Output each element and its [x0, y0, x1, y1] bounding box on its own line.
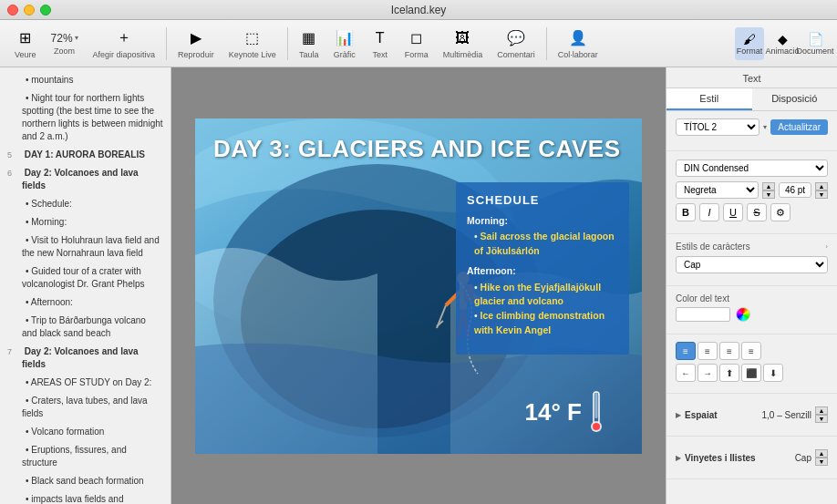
collaborar-button[interactable]: 👤 Col·laborar — [551, 28, 605, 59]
toolbar-separator-3 — [546, 27, 547, 60]
character-styles-row: Estils de caràcters › — [676, 242, 828, 252]
spacing-triangle-icon: ▶ — [676, 411, 681, 419]
maximize-button[interactable] — [40, 5, 51, 15]
stepper-down-button[interactable]: ▼ — [762, 190, 775, 199]
list-item[interactable]: • AREAS OF STUDY on Day 2: — [0, 374, 170, 392]
font-size-input[interactable] — [779, 182, 811, 198]
spacing-expand-row[interactable]: ▶ Espaiat 1,0 – Senzill ▲ ▼ — [676, 401, 828, 428]
tab-disposicio[interactable]: Disposició — [752, 88, 838, 110]
list-item[interactable]: • Volcano formation — [0, 423, 170, 441]
title-style-row: TÍTOL 2 ▾ Actualitzar — [676, 118, 828, 136]
grafic-button[interactable]: 📊 Gràfic — [326, 28, 363, 59]
list-item[interactable]: • Black sand beach formation — [0, 472, 170, 490]
keynote-live-icon: ⬚ — [243, 28, 263, 48]
list-item[interactable]: • Visit to Holuhraun lava field and the … — [0, 231, 170, 262]
reproduir-button[interactable]: ▶ Reproduir — [170, 28, 222, 59]
list-item[interactable]: • impacts lava fields and volcanoes have… — [0, 490, 170, 504]
font-size-down-button[interactable]: ▼ — [815, 190, 828, 199]
chevron-right-icon: › — [825, 242, 828, 251]
spacing-up-button[interactable]: ▲ — [815, 406, 828, 415]
list-item[interactable]: • Morning: — [0, 213, 170, 231]
stepper-up-button[interactable]: ▲ — [762, 182, 775, 190]
color-wheel-button[interactable] — [736, 307, 750, 322]
canvas-area[interactable]: DAY 3: GLACIERS AND ICE CAVES SCHEDULE M… — [171, 67, 666, 504]
list-item[interactable]: • Afternoon: — [0, 293, 170, 312]
forma-button[interactable]: ◻ Forma — [398, 28, 436, 59]
format-button[interactable]: 🖌 Format — [735, 27, 764, 60]
taula-button[interactable]: ▦ Taula — [292, 28, 326, 59]
bullets-expand-row[interactable]: ▶ Vinyetes i llistes Cap ▲ ▼ — [676, 444, 828, 471]
text-button[interactable]: T Text — [363, 28, 398, 59]
document-button[interactable]: 📄 Document — [801, 27, 830, 60]
align-right-button[interactable]: ≡ — [719, 342, 739, 360]
spacing-stepper[interactable]: ▲ ▼ — [815, 406, 828, 423]
morning-label: Morning: — [467, 214, 618, 229]
animation-icon: ◆ — [778, 32, 788, 46]
animation-label: Animació — [766, 46, 800, 56]
indent-increase-button[interactable]: → — [698, 364, 718, 382]
font-style-select[interactable]: Negreta — [676, 181, 759, 199]
italic-button[interactable]: I — [699, 203, 719, 221]
zoom-group[interactable]: 72% ▾ Zoom — [44, 32, 86, 56]
animation-button[interactable]: ◆ Animació — [768, 27, 797, 60]
actualitzar-button[interactable]: Actualitzar — [770, 119, 828, 135]
tab-estil[interactable]: Estil — [666, 88, 752, 110]
text-options-button[interactable]: ⚙ — [770, 203, 790, 221]
spacing-down-button[interactable]: ▼ — [815, 415, 828, 423]
underline-button[interactable]: U — [723, 203, 743, 221]
multimedia-button[interactable]: 🖼 Multimèdia — [436, 28, 491, 59]
list-item[interactable]: • Night tour for northern lights spottin… — [0, 89, 170, 146]
list-item[interactable]: • Guided tour of a crater with volcanolo… — [0, 262, 170, 293]
color-swatch[interactable] — [676, 307, 730, 322]
list-item[interactable]: • mountains — [0, 71, 170, 89]
align-justify-button[interactable]: ≡ — [741, 342, 761, 360]
font-section: DIN Condensed Negreta ▲ ▼ ▲ ▼ B I — [666, 151, 837, 234]
bullets-stepper[interactable]: ▲ ▼ — [815, 449, 828, 466]
list-item[interactable]: • Eruptions, fissures, and structure — [0, 441, 170, 472]
title-style-chevron-icon: ▾ — [763, 123, 767, 131]
font-size-up-button[interactable]: ▲ — [815, 182, 828, 190]
comentari-button[interactable]: 💬 Comentari — [490, 28, 542, 59]
traffic-lights — [7, 5, 51, 15]
veure-label: Veure — [15, 50, 36, 59]
character-styles-select[interactable]: Cap — [676, 256, 828, 273]
bullets-down-button[interactable]: ▼ — [815, 458, 828, 466]
veure-button[interactable]: ⊞ Veure — [7, 28, 44, 59]
keynote-live-button[interactable]: ⬚ Keynote Live — [222, 28, 284, 59]
list-item[interactable]: • Schedule: — [0, 195, 170, 213]
valign-middle-button[interactable]: ⬛ — [741, 364, 761, 382]
align-left-button[interactable]: ≡ — [676, 342, 696, 360]
minimize-button[interactable] — [24, 5, 35, 15]
document-label: Document — [796, 46, 833, 56]
zoom-value: 72% — [51, 32, 73, 45]
title-style-select[interactable]: TÍTOL 2 — [676, 118, 760, 136]
valign-bottom-button[interactable]: ⬇ — [763, 364, 783, 382]
list-item[interactable]: • Trip to Bárðarbunga volcano and black … — [0, 312, 170, 343]
align-right-icon: ≡ — [727, 346, 732, 356]
slide-6-item[interactable]: 6 Day 2: Volcanoes and lava fields — [0, 164, 170, 195]
character-styles-section: Estils de caràcters › Cap — [666, 234, 837, 286]
indent-decrease-button[interactable]: ← — [676, 364, 696, 382]
reproduir-label: Reproduir — [178, 50, 214, 59]
window-title: Iceland.key — [391, 4, 447, 16]
bullets-triangle-icon: ▶ — [676, 454, 681, 462]
bullets-section: ▶ Vinyetes i llistes Cap ▲ ▼ — [666, 437, 837, 479]
toolbar-separator-2 — [287, 27, 288, 60]
font-style-stepper[interactable]: ▲ ▼ — [762, 182, 775, 199]
slide-5-item[interactable]: 5 DAY 1: AURORA BOREALIS — [0, 146, 170, 164]
add-slide-button[interactable]: ＋ Afegir diapositiva — [86, 28, 163, 59]
collaborar-label: Col·laborar — [558, 50, 598, 59]
close-button[interactable] — [7, 5, 18, 15]
bold-button[interactable]: B — [676, 203, 696, 221]
format-label: Format — [737, 46, 763, 56]
zoom-chevron-icon: ▾ — [75, 34, 78, 42]
list-item[interactable]: • Craters, lava tubes, and lava fields — [0, 392, 170, 423]
slide-7-item[interactable]: 7 Day 2: Volcanoes and lava fields — [0, 343, 170, 374]
bullets-up-button[interactable]: ▲ — [815, 449, 828, 458]
align-center-button[interactable]: ≡ — [698, 342, 718, 360]
font-size-stepper[interactable]: ▲ ▼ — [815, 182, 828, 199]
font-name-select[interactable]: DIN Condensed — [676, 159, 828, 177]
valign-top-button[interactable]: ⬆ — [719, 364, 739, 382]
strikethrough-button[interactable]: S — [747, 203, 767, 221]
keynote-live-label: Keynote Live — [229, 50, 276, 59]
